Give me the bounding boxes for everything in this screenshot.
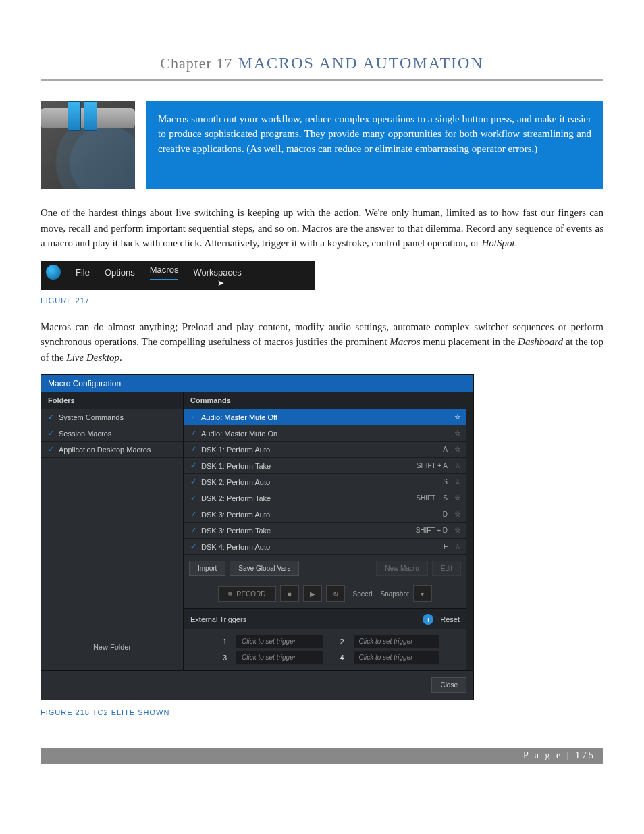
star-icon[interactable]: ☆: [454, 542, 461, 551]
command-row[interactable]: ✓DSK 1: Perform AutoA☆: [184, 442, 466, 458]
chapter-prefix: Chapter 17: [160, 55, 232, 72]
shortcut-label: A: [443, 446, 448, 453]
command-row[interactable]: ✓Audio: Master Mute Off☆: [184, 409, 466, 425]
trigger-3-slot[interactable]: Click to set trigger: [236, 651, 323, 664]
check-icon: ✓: [189, 542, 197, 551]
record-dot-icon: [228, 592, 232, 596]
body-paragraph-1: One of the hardest things about live swi…: [41, 205, 603, 251]
window-title: Macro Configuration: [41, 375, 473, 392]
check-icon: ✓: [189, 445, 197, 454]
shortcut-label: SHIFT + S: [416, 494, 448, 502]
shortcut-label: SHIFT + D: [416, 527, 448, 534]
snapshot-label[interactable]: Snapshot: [381, 590, 409, 598]
star-icon[interactable]: ☆: [454, 494, 461, 502]
shortcut-label: SHIFT + A: [417, 462, 448, 469]
speed-label: Speed: [353, 590, 373, 598]
shortcut-label: F: [444, 543, 448, 550]
check-icon: ✓: [189, 477, 197, 486]
page-footer: P a g e | 175: [41, 748, 603, 764]
trigger-2-num: 2: [328, 635, 348, 648]
command-row[interactable]: ✓Audio: Master Mute On☆: [184, 425, 466, 442]
trigger-2-slot[interactable]: Click to set trigger: [354, 635, 440, 648]
check-icon: ✓: [189, 510, 197, 519]
star-icon[interactable]: ☆: [454, 413, 461, 421]
figure-217-label: FIGURE 217: [41, 296, 603, 305]
menu-workspaces[interactable]: Workspaces: [193, 267, 241, 278]
intro-callout: Macros smooth out your workflow, reduce …: [146, 101, 603, 189]
info-icon[interactable]: i: [423, 614, 433, 625]
check-icon: ✓: [47, 413, 55, 421]
figure-218-label: FIGURE 218 TC2 ELITE SHOWN: [41, 708, 603, 716]
menu-macros[interactable]: Macros: [150, 265, 179, 280]
macro-configuration-window: Macro Configuration Folders ✓System Comm…: [41, 374, 474, 700]
footer-page-number: | 175: [567, 750, 595, 760]
folders-panel: Folders ✓System Commands ✓Session Macros…: [41, 392, 184, 670]
chapter-name: MACROS AND AUTOMATION: [238, 54, 483, 72]
intro-row: Macros smooth out your workflow, reduce …: [41, 101, 603, 189]
external-triggers-header: External Triggers i Reset: [184, 608, 466, 629]
heading-rule: [41, 79, 603, 81]
dashboard-menubar: File Options Macros Workspaces ➤: [41, 261, 315, 290]
folder-app-desktop-macros[interactable]: ✓Application Desktop Macros: [41, 442, 183, 458]
commands-panel: Commands ✓Audio: Master Mute Off☆✓Audio:…: [184, 392, 473, 670]
new-macro-button[interactable]: New Macro: [376, 561, 428, 576]
star-icon[interactable]: ☆: [454, 461, 461, 470]
chapter-heading: Chapter 17 MACROS AND AUTOMATION: [41, 54, 603, 72]
trigger-1-num: 1: [211, 635, 231, 648]
close-row: Close: [41, 670, 473, 700]
intro-thumbnail: [41, 101, 135, 189]
command-row[interactable]: ✓DSK 3: Perform TakeSHIFT + D☆: [184, 523, 466, 539]
close-button[interactable]: Close: [431, 677, 466, 693]
check-icon: ✓: [189, 429, 197, 438]
trigger-4-num: 4: [328, 651, 348, 664]
star-icon[interactable]: ☆: [454, 510, 461, 519]
speed-dropdown[interactable]: ▾: [413, 585, 432, 602]
menu-file[interactable]: File: [76, 267, 90, 278]
star-icon[interactable]: ☆: [454, 445, 461, 454]
folders-header: Folders: [41, 392, 183, 409]
command-row[interactable]: ✓DSK 2: Perform TakeSHIFT + S☆: [184, 490, 466, 506]
cursor-icon: ➤: [217, 278, 224, 288]
check-icon: ✓: [189, 461, 197, 470]
trigger-4-slot[interactable]: Click to set trigger: [354, 651, 440, 664]
play-button[interactable]: ▶: [303, 585, 322, 602]
check-icon: ✓: [189, 494, 197, 502]
command-buttons-row: Import Save Global Vars New Macro Edit: [184, 555, 466, 581]
app-logo-icon: [46, 265, 61, 280]
check-icon: ✓: [189, 526, 197, 535]
folder-session-macros[interactable]: ✓Session Macros: [41, 425, 183, 442]
edit-button[interactable]: Edit: [432, 561, 461, 576]
new-folder-button[interactable]: New Folder: [41, 633, 183, 660]
body-paragraph-2: Macros can do almost anything; Preload a…: [41, 319, 603, 365]
footer-page-label: P a g e: [523, 750, 562, 760]
check-icon: ✓: [47, 429, 55, 438]
record-row: RECORD ■ ▶ ↻ Speed Snapshot ▾: [184, 581, 466, 608]
reset-button[interactable]: Reset: [440, 615, 460, 623]
shortcut-label: D: [443, 511, 448, 518]
triggers-grid: 1 Click to set trigger 2 Click to set tr…: [184, 629, 466, 670]
trigger-1-slot[interactable]: Click to set trigger: [236, 635, 323, 648]
check-icon: ✓: [189, 413, 197, 421]
loop-button[interactable]: ↻: [326, 585, 345, 602]
command-row[interactable]: ✓DSK 4: Perform AutoF☆: [184, 539, 466, 555]
record-button[interactable]: RECORD: [218, 586, 275, 602]
scrollbar[interactable]: [466, 392, 473, 670]
folder-system-commands[interactable]: ✓System Commands: [41, 409, 183, 425]
trigger-3-num: 3: [211, 651, 231, 664]
command-row[interactable]: ✓DSK 3: Perform AutoD☆: [184, 506, 466, 523]
menu-options[interactable]: Options: [105, 267, 135, 278]
commands-header: Commands: [184, 392, 466, 409]
command-row[interactable]: ✓DSK 1: Perform TakeSHIFT + A☆: [184, 458, 466, 474]
check-icon: ✓: [47, 445, 55, 454]
shortcut-label: S: [443, 478, 448, 486]
command-row[interactable]: ✓DSK 2: Perform AutoS☆: [184, 474, 466, 490]
star-icon[interactable]: ☆: [454, 526, 461, 535]
save-global-vars-button[interactable]: Save Global Vars: [230, 561, 299, 576]
import-button[interactable]: Import: [189, 561, 225, 576]
star-icon[interactable]: ☆: [454, 477, 461, 486]
star-icon[interactable]: ☆: [454, 429, 461, 438]
stop-button[interactable]: ■: [280, 585, 299, 602]
